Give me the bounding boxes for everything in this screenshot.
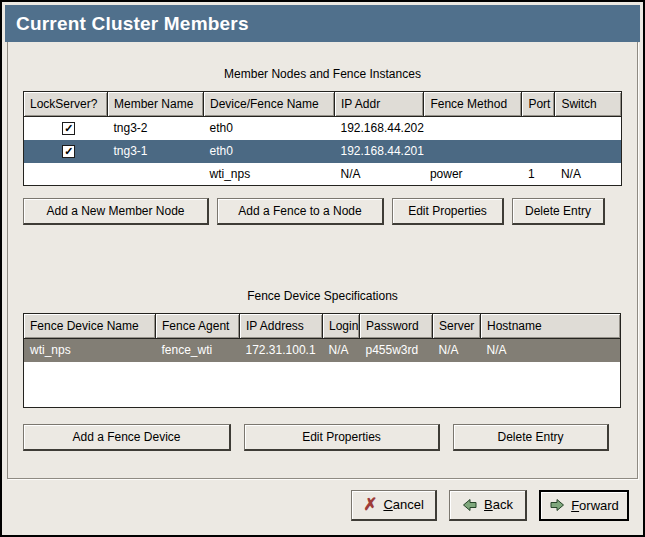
cell-ip-addr: 192.168.44.201: [335, 140, 424, 163]
back-arrow-icon: [462, 497, 478, 513]
content-frame: Member Nodes and Fence Instances LockSer…: [7, 42, 638, 479]
fence-edit-properties-button[interactable]: Edit Properties: [244, 424, 440, 451]
cell-password: p455w3rd: [360, 339, 433, 362]
cell-ip-address: 172.31.100.1: [240, 339, 323, 362]
cell-member-name: [108, 163, 204, 186]
cell-ip-addr: N/A: [335, 163, 424, 186]
cell-fence-method: [424, 117, 522, 140]
column-header-lockserver[interactable]: LockServer?: [24, 92, 108, 117]
cluster-members-dialog: Current Cluster Members Member Nodes and…: [0, 0, 645, 537]
add-fence-device-button[interactable]: Add a Fence Device: [23, 424, 231, 451]
cancel-x-icon: ✗: [363, 496, 377, 513]
column-header-fence-device-name[interactable]: Fence Device Name: [24, 314, 156, 339]
fence-section-caption: Fence Device Specifications: [8, 289, 637, 303]
column-header-server[interactable]: Server: [433, 314, 481, 339]
member-edit-properties-button[interactable]: Edit Properties: [392, 198, 504, 225]
column-header-fence-method[interactable]: Fence Method: [424, 92, 522, 117]
add-fence-to-node-button[interactable]: Add a Fence to a Node: [217, 198, 384, 225]
fence-device-row-wti-nps[interactable]: wti_nps fence_wti 172.31.100.1 N/A p455w…: [24, 339, 621, 362]
fence-table-header-row: Fence Device Name Fence Agent IP Address…: [24, 314, 621, 339]
cell-device-fence-name: wti_nps: [204, 163, 335, 186]
member-row-wti-nps-instance[interactable]: wti_nps N/A power 1 N/A: [24, 163, 622, 186]
fence-devices-table: Fence Device Name Fence Agent IP Address…: [23, 313, 621, 408]
column-header-hostname[interactable]: Hostname: [481, 314, 621, 339]
lockserver-checkbox[interactable]: ✓: [62, 122, 75, 135]
column-header-member-name[interactable]: Member Name: [108, 92, 204, 117]
cell-device-fence-name: eth0: [204, 117, 335, 140]
column-header-ip-addr[interactable]: IP Addr: [335, 92, 424, 117]
column-header-port[interactable]: Port: [522, 92, 555, 117]
cell-port: [522, 117, 555, 140]
add-new-member-node-button[interactable]: Add a New Member Node: [23, 198, 209, 225]
column-header-fence-agent[interactable]: Fence Agent: [156, 314, 240, 339]
cell-member-name: tng3-2: [108, 117, 204, 140]
cell-switch: [555, 140, 622, 163]
member-row-tng3-1-selected[interactable]: ✓ tng3-1 eth0 192.168.44.201: [24, 140, 622, 163]
column-header-device-fence-name[interactable]: Device/Fence Name: [204, 92, 335, 117]
dialog-title-band: Current Cluster Members: [5, 5, 640, 42]
forward-arrow-icon: [549, 497, 565, 513]
column-header-login[interactable]: Login: [323, 314, 360, 339]
cancel-button-label: Cancel: [383, 497, 423, 512]
cell-hostname: N/A: [481, 339, 621, 362]
member-nodes-table: LockServer? Member Name Device/Fence Nam…: [23, 91, 622, 186]
back-button-label: Back: [484, 497, 513, 512]
fence-delete-entry-button[interactable]: Delete Entry: [453, 424, 609, 451]
cell-switch: N/A: [555, 163, 622, 186]
back-button[interactable]: Back: [449, 490, 527, 521]
cell-member-name: tng3-1: [108, 140, 204, 163]
member-delete-entry-button[interactable]: Delete Entry: [512, 198, 605, 225]
cell-port: 1: [522, 163, 555, 186]
cell-switch: [555, 117, 622, 140]
member-table-header-row: LockServer? Member Name Device/Fence Nam…: [24, 92, 622, 117]
fence-table-empty-area: [24, 362, 621, 408]
column-header-switch[interactable]: Switch: [555, 92, 622, 117]
forward-button-label: Forward: [571, 498, 619, 513]
cell-device-fence-name: eth0: [204, 140, 335, 163]
member-row-tng3-2[interactable]: ✓ tng3-2 eth0 192.168.44.202: [24, 117, 622, 140]
cell-login: N/A: [323, 339, 360, 362]
footer-button-bar: ✗ Cancel Back Forward: [5, 479, 640, 531]
cell-fence-method: power: [424, 163, 522, 186]
page-title: Current Cluster Members: [16, 13, 249, 35]
cell-fence-method: [424, 140, 522, 163]
cell-server: N/A: [433, 339, 481, 362]
column-header-password[interactable]: Password: [360, 314, 433, 339]
cell-fence-agent: fence_wti: [156, 339, 240, 362]
cancel-button[interactable]: ✗ Cancel: [351, 490, 437, 521]
lockserver-checkbox[interactable]: ✓: [62, 145, 75, 158]
cell-port: [522, 140, 555, 163]
column-header-ip-address[interactable]: IP Address: [240, 314, 323, 339]
cell-ip-addr: 192.168.44.202: [335, 117, 424, 140]
forward-button[interactable]: Forward: [539, 490, 629, 521]
cell-fence-device-name: wti_nps: [24, 339, 156, 362]
member-section-caption: Member Nodes and Fence Instances: [8, 67, 637, 81]
